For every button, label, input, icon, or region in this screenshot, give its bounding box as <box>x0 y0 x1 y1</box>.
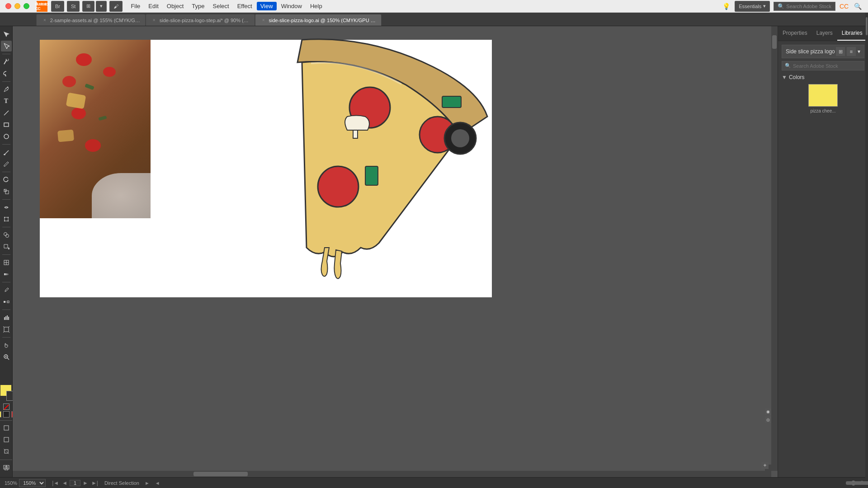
tab-1-close[interactable]: × <box>42 17 47 23</box>
menu-effect[interactable]: Effect <box>234 2 256 10</box>
artboard-navigation: |◄ ◄ ► ►| <box>51 480 99 486</box>
prev-artboard-button[interactable]: ◄ <box>61 480 68 486</box>
lasso-tool[interactable] <box>1 68 12 79</box>
workspace-dropdown[interactable]: Essentials ▾ <box>735 1 770 12</box>
rectangle-tool[interactable] <box>1 119 12 130</box>
pen-tool[interactable] <box>1 84 12 95</box>
toggle-view[interactable]: ◎ <box>765 417 771 423</box>
paint-button[interactable]: 🖌 <box>109 1 123 12</box>
svg-point-5 <box>4 134 9 139</box>
svg-line-33 <box>3 332 4 333</box>
layout-arrow[interactable]: ▾ <box>96 1 107 12</box>
menu-object[interactable]: Object <box>163 2 188 10</box>
tab-libraries-label: Libraries <box>842 30 863 36</box>
tool-separator-3 <box>2 144 10 145</box>
menu-window[interactable]: Window <box>278 2 306 10</box>
next-artboard-button[interactable]: ► <box>82 480 89 486</box>
libraries-panel-content: Side slice pizza logo ⊞ ≡ ▾ 🔍 ▼ Color <box>778 41 868 477</box>
artboard-number-input[interactable] <box>70 480 80 486</box>
ellipse-tool[interactable] <box>1 131 12 142</box>
menu-edit[interactable]: Edit <box>145 2 162 10</box>
menu-help[interactable]: Help <box>307 2 326 10</box>
add-artboard-button[interactable]: + <box>761 462 769 469</box>
creative-cloud-icon[interactable]: CC <box>839 1 849 11</box>
pizza-cheese-swatch[interactable] <box>808 84 838 107</box>
none-color-icon[interactable] <box>3 404 9 410</box>
right-panel-scrollbar[interactable] <box>865 13 868 488</box>
title-bar: Illustrator CC Br St ⊞ ▾ 🖌 File Edit Obj… <box>0 0 868 13</box>
tab-2[interactable]: × side-slice-pizza-logo-step.ai* @ 90% (… <box>146 14 255 26</box>
mesh-tool[interactable] <box>1 257 12 268</box>
horizontal-scrollbar[interactable] <box>13 471 771 477</box>
zoom-control: 150% 50% 75% 100% 150% 200% 300% <box>5 479 46 487</box>
warp-tool[interactable] <box>1 202 12 213</box>
grid-view-button[interactable]: ⊞ <box>836 47 845 56</box>
tab-2-close[interactable]: × <box>151 17 157 23</box>
library-dropdown[interactable]: Side slice pizza logo ⊞ ≡ ▾ <box>782 45 864 58</box>
tab-3-label: side-slice-pizza-logo.ai @ 150% (CMYK/GP… <box>269 18 377 23</box>
menu-select[interactable]: Select <box>209 2 233 10</box>
search-icon-small: 🔍 <box>785 63 791 69</box>
tab-3-close[interactable]: × <box>261 17 266 23</box>
menu-file[interactable]: File <box>127 2 144 10</box>
hand-tool[interactable] <box>1 340 12 351</box>
selection-tool[interactable] <box>1 29 12 40</box>
rotate-tool[interactable] <box>1 174 12 185</box>
svg-line-7 <box>8 162 9 163</box>
line-segment-tool[interactable] <box>1 108 12 118</box>
vertical-scrollbar[interactable] <box>771 26 778 471</box>
free-transform-tool[interactable] <box>1 214 12 225</box>
paintbrush-tool[interactable] <box>1 147 12 158</box>
tab-layers[interactable]: Layers <box>812 26 837 41</box>
tab-3[interactable]: × side-slice-pizza-logo.ai @ 150% (CMYK/… <box>255 14 382 26</box>
zoom-select[interactable]: 50% 75% 100% 150% 200% 300% <box>19 479 46 487</box>
library-search-bar[interactable]: 🔍 <box>782 61 864 70</box>
tab-properties[interactable]: Properties <box>778 26 812 41</box>
pencil-tool[interactable] <box>1 159 12 169</box>
magic-wand-tool[interactable] <box>1 56 12 67</box>
tab-libraries[interactable]: Libraries <box>837 26 867 41</box>
print-tiling-tool[interactable] <box>1 462 12 473</box>
type-tool[interactable]: T <box>1 96 12 107</box>
list-view-button[interactable]: ≡ <box>847 47 856 56</box>
colors-section-header[interactable]: ▼ Colors <box>782 74 864 80</box>
eyedropper-tool[interactable] <box>1 285 12 296</box>
yellow-swatch[interactable] <box>0 411 1 418</box>
toggle-pixel-preview[interactable]: ◉ <box>765 408 771 415</box>
stock-button[interactable]: St <box>67 1 80 12</box>
workspace-arrow-icon: ▾ <box>763 3 766 9</box>
menu-view[interactable]: View <box>257 2 277 10</box>
live-paint-tool[interactable] <box>1 241 12 252</box>
zoom-tool[interactable] <box>1 352 12 362</box>
black-swatch[interactable] <box>3 411 9 418</box>
color-swatch-container: pizza chee... <box>782 84 864 113</box>
lightbulb-icon[interactable]: 💡 <box>721 1 731 11</box>
tool-separator-7 <box>2 254 10 255</box>
layout-button[interactable]: ⊞ <box>82 1 94 12</box>
svg-line-34 <box>9 332 9 333</box>
tab-bar: × 2-sample-assets.ai @ 155% (CMYK/GPU Pr… <box>0 13 868 26</box>
close-button[interactable] <box>5 3 11 9</box>
svg-rect-27 <box>5 316 6 320</box>
minimize-button[interactable] <box>14 3 20 9</box>
menu-type[interactable]: Type <box>188 2 208 10</box>
library-search-input[interactable] <box>793 63 861 69</box>
fullscreen-mode-tool[interactable] <box>1 446 12 457</box>
bridge-button[interactable]: Br <box>51 1 64 12</box>
shape-builder-tool[interactable] <box>1 230 12 240</box>
direct-selection-tool[interactable] <box>1 41 12 52</box>
first-artboard-button[interactable]: |◄ <box>51 480 60 486</box>
search-button[interactable]: 🔍 <box>853 1 863 11</box>
draw-mode-tool[interactable] <box>1 422 12 433</box>
artboard-tool[interactable] <box>1 324 12 335</box>
tab-properties-label: Properties <box>783 30 807 36</box>
maximize-button[interactable] <box>24 3 29 9</box>
blend-tool[interactable] <box>1 296 12 307</box>
gradient-tool[interactable] <box>1 269 12 280</box>
tab-1[interactable]: × 2-sample-assets.ai @ 155% (CMYK/GPU Pr… <box>36 14 146 26</box>
scale-tool[interactable] <box>1 186 12 197</box>
last-artboard-button[interactable]: ►| <box>90 480 99 486</box>
column-graph-tool[interactable] <box>1 312 12 323</box>
svg-rect-24 <box>7 301 9 303</box>
screen-mode-tool[interactable] <box>1 434 12 445</box>
